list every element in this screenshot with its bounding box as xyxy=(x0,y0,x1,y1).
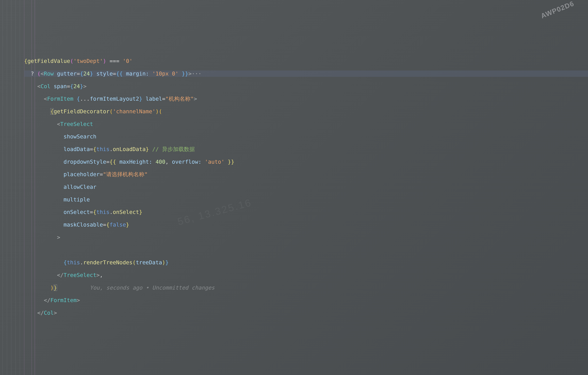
code-line[interactable]: </Col> xyxy=(24,310,588,316)
bracket-match-close: } xyxy=(54,285,57,291)
code-block[interactable]: {getFieldValue('twoDept') === '0' ? (<Ro… xyxy=(0,52,588,329)
code-line[interactable]: maskClosable={false} xyxy=(24,221,588,228)
code-line[interactable]: > xyxy=(24,234,588,240)
gitlens-annotation: You, seconds ago • Uncommitted changes xyxy=(90,285,215,291)
bracket-match-open: { xyxy=(50,108,54,115)
watermark-corner: AWP02D6 xyxy=(540,0,575,20)
code-line[interactable]: onSelect={this.onSelect} xyxy=(24,209,588,215)
code-line[interactable]: <FormItem {...formItemLayout2} label="机构… xyxy=(24,96,588,102)
code-line[interactable]: dropdownStyle={{ maxHeight: 400, overflo… xyxy=(24,159,588,165)
code-line[interactable]: placeholder="请选择机构名称" xyxy=(24,171,588,177)
code-line[interactable]: </FormItem> xyxy=(24,297,588,303)
code-line[interactable]: <Col span={24}> xyxy=(24,83,588,89)
code-line[interactable]: showSearch xyxy=(24,133,588,140)
code-line[interactable]: )} You, seconds ago • Uncommitted change… xyxy=(24,285,588,291)
code-line[interactable]: {this.renderTreeNodes(treeData)} xyxy=(24,259,588,266)
code-editor[interactable]: AWP02D6 56, 13.325.16 {getFieldValue('tw… xyxy=(0,0,588,375)
fold-icon[interactable]: ··· xyxy=(192,71,201,77)
code-line[interactable]: </TreeSelect>, xyxy=(24,272,588,278)
code-line[interactable]: loadData={this.onLoadData} // 异步加载数据 xyxy=(24,146,588,152)
code-line[interactable]: allowClear xyxy=(24,184,588,190)
code-line[interactable]: {getFieldValue('twoDept') === '0' xyxy=(24,58,588,64)
code-line[interactable]: {getFieldDecorator('channelName')( xyxy=(24,108,588,115)
code-line-highlighted[interactable]: ? (<Row gutter={24} style={{ margin: '10… xyxy=(24,71,588,77)
code-line[interactable]: <TreeSelect xyxy=(24,121,588,127)
code-line[interactable]: multiple xyxy=(24,196,588,203)
code-line[interactable] xyxy=(24,247,588,253)
